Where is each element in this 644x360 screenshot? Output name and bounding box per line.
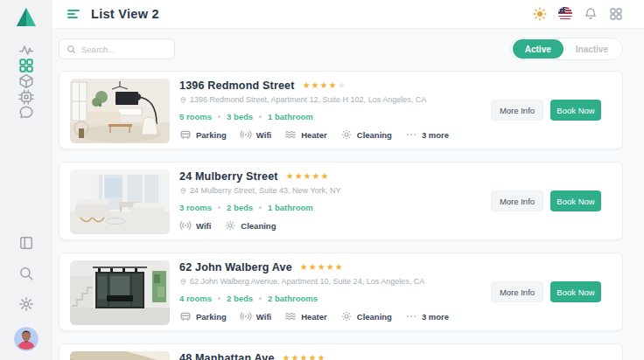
star-icon: ★ (317, 354, 325, 360)
stat-separator (259, 297, 262, 300)
address-text: 24 Mulberry Street, Suite 43, New York, … (190, 186, 341, 195)
amenity-heater: Heater (284, 128, 327, 141)
listing-actions: More Info Book Now (491, 190, 601, 211)
stat-value: 1 bathroom (268, 203, 313, 212)
sidebar-item-activity-icon[interactable] (18, 42, 34, 58)
sidebar-item-chip-icon[interactable] (18, 89, 34, 105)
star-icon: ★ (283, 354, 290, 360)
more-info-button[interactable]: More Info (491, 100, 543, 121)
book-now-button[interactable]: Book Now (550, 190, 601, 211)
cleaning-icon (224, 219, 236, 232)
star-icon: ★ (300, 354, 308, 360)
star-icon: ★ (304, 172, 312, 181)
star-icon: ★ (312, 172, 320, 181)
heater-icon (284, 128, 297, 141)
menu-toggle-icon[interactable] (66, 7, 80, 21)
star-icon: ★ (338, 81, 346, 90)
star-icon: ★ (300, 263, 308, 272)
listing-rating: ★★★★★ (300, 263, 343, 272)
listing-photo (70, 260, 170, 325)
search-box (59, 38, 175, 59)
star-icon: ★ (308, 354, 316, 360)
amenity-parking: Parking (179, 128, 227, 141)
cleaning-icon (340, 310, 353, 322)
search-input[interactable] (81, 45, 167, 54)
listing-amenities: ParkingWifiHeaterCleaning3 more (179, 310, 449, 322)
pin-icon (179, 96, 187, 104)
listing-name: 62 John Walberg Ave (179, 261, 292, 273)
listing-rating: ★★★★★ (286, 172, 329, 181)
star-icon: ★ (335, 263, 343, 272)
sun-icon[interactable] (533, 7, 547, 21)
user-avatar[interactable] (14, 327, 38, 351)
sidebar-item-grid-icon[interactable] (18, 58, 34, 73)
listing-name: 1396 Redmond Street (179, 80, 295, 92)
bell-icon[interactable] (584, 7, 598, 21)
listing-body: 62 John Walberg Ave ★★★★★ 62 John Walber… (179, 260, 612, 323)
stat-value: 3 beds (227, 112, 253, 121)
amenity-wifi: Wifi (240, 128, 271, 141)
stat-value: 4 rooms (179, 294, 212, 303)
listing-rating: ★★★★★ (303, 81, 346, 90)
stat-separator (218, 297, 220, 300)
wifi-icon (240, 310, 252, 322)
filter-active-button[interactable]: Active (513, 39, 564, 59)
amenity-cleaning: Cleaning (340, 310, 392, 322)
sidebar-nav-bottom (18, 235, 34, 327)
sidebar-item-cube-icon[interactable] (18, 73, 34, 89)
stat-value: 2 beds (227, 203, 253, 212)
app-logo-icon[interactable] (14, 5, 38, 30)
pin-icon (179, 278, 187, 286)
more-info-button[interactable]: More Info (491, 281, 543, 302)
wifi-icon (240, 128, 252, 141)
listing-name: 48 Manhattan Ave (179, 352, 275, 360)
address-text: 62 John Walberg Avenue, Apartment 10, Su… (190, 277, 424, 286)
listing-amenities: WifiCleaning (179, 219, 276, 232)
listing-card[interactable]: 62 John Walberg Ave ★★★★★ 62 John Walber… (59, 253, 623, 331)
apps-grid-icon[interactable] (609, 7, 623, 21)
parking-icon (179, 128, 192, 141)
us-flag-icon[interactable] (558, 7, 572, 21)
star-icon: ★ (321, 172, 329, 181)
filter-inactive-button[interactable]: Inactive (564, 39, 620, 59)
search-icon (66, 45, 76, 54)
listing-card[interactable]: 48 Manhattan Ave ★★★★★ More Info Book No… (59, 343, 623, 360)
listing-photo (70, 79, 170, 143)
book-now-button[interactable]: Book Now (550, 100, 601, 121)
star-icon: ★ (312, 81, 319, 90)
listing-body: 24 Mulberry Street ★★★★★ 24 Mulberry Str… (179, 170, 612, 232)
star-icon: ★ (291, 354, 299, 360)
listing-rating: ★★★★★ (283, 354, 326, 360)
listing-body: 1396 Redmond Street ★★★★★ 1396 Redmond S… (179, 79, 612, 142)
header-icons (533, 7, 623, 21)
stat-value: 5 rooms (179, 112, 212, 121)
sidebar-item-search-icon[interactable] (18, 266, 34, 281)
amenities-more[interactable]: 3 more (405, 128, 449, 141)
listing-list: 1396 Redmond Street ★★★★★ 1396 Redmond S… (59, 71, 623, 360)
toolbar: Active Inactive (59, 38, 623, 60)
stat-value: 3 rooms (179, 203, 212, 212)
stat-separator (218, 206, 220, 209)
book-now-button[interactable]: Book Now (550, 281, 601, 302)
amenity-wifi: Wifi (240, 310, 271, 322)
more-info-button[interactable]: More Info (491, 190, 543, 211)
star-icon: ★ (295, 172, 303, 181)
page-title: List View 2 (91, 7, 159, 21)
listing-card[interactable]: 1396 Redmond Street ★★★★★ 1396 Redmond S… (59, 71, 623, 149)
sidebar-item-layout-icon[interactable] (18, 235, 34, 251)
amenities-more[interactable]: 3 more (405, 310, 449, 322)
star-icon: ★ (303, 81, 311, 90)
stat-separator (218, 115, 220, 118)
sidebar-item-chat-icon[interactable] (18, 105, 34, 121)
listing-actions: More Info Book Now (491, 100, 601, 121)
star-icon: ★ (318, 263, 326, 272)
listing-photo (70, 170, 170, 234)
star-icon: ★ (309, 263, 317, 272)
pin-icon (179, 187, 187, 195)
heater-icon (284, 310, 297, 322)
wifi-icon (179, 219, 192, 232)
cleaning-icon (340, 128, 353, 141)
listing-card[interactable]: 24 Mulberry Street ★★★★★ 24 Mulberry Str… (59, 162, 623, 240)
sidebar-nav-top (18, 42, 34, 121)
sidebar-item-gear-icon[interactable] (18, 296, 34, 312)
